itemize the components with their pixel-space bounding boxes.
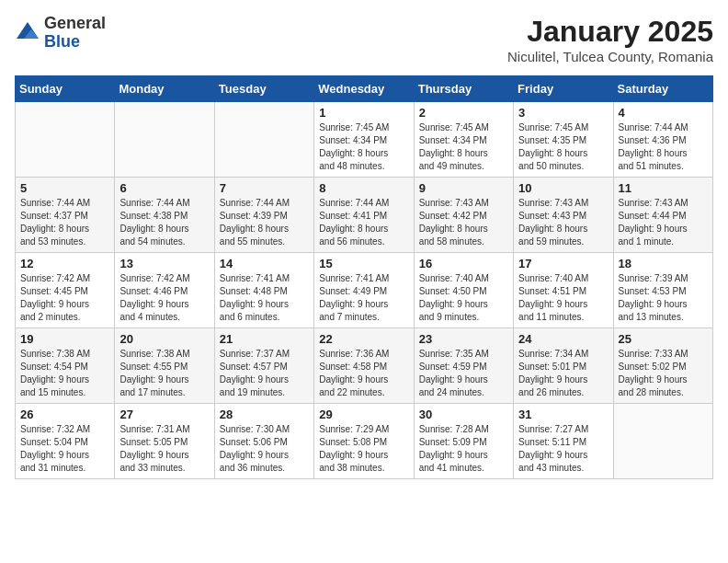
day-info: Sunrise: 7:44 AM Sunset: 4:38 PM Dayligh… xyxy=(119,197,209,248)
calendar-cell: 26Sunrise: 7:32 AM Sunset: 5:04 PM Dayli… xyxy=(16,404,115,479)
day-number: 8 xyxy=(319,181,408,195)
calendar-cell: 12Sunrise: 7:42 AM Sunset: 4:45 PM Dayli… xyxy=(16,253,115,328)
day-number: 10 xyxy=(518,181,608,195)
calendar-week-row: 26Sunrise: 7:32 AM Sunset: 5:04 PM Dayli… xyxy=(16,404,713,479)
day-number: 25 xyxy=(619,332,708,346)
day-info: Sunrise: 7:42 AM Sunset: 4:45 PM Dayligh… xyxy=(20,272,109,324)
day-number: 19 xyxy=(20,332,109,346)
day-number: 26 xyxy=(20,408,109,421)
day-number: 4 xyxy=(619,106,708,120)
calendar-cell: 11Sunrise: 7:43 AM Sunset: 4:44 PM Dayli… xyxy=(613,178,712,253)
day-info: Sunrise: 7:45 AM Sunset: 4:34 PM Dayligh… xyxy=(319,121,408,173)
day-info: Sunrise: 7:45 AM Sunset: 4:35 PM Dayligh… xyxy=(518,121,608,173)
calendar-cell xyxy=(115,102,214,178)
calendar-cell: 6Sunrise: 7:44 AM Sunset: 4:38 PM Daylig… xyxy=(115,178,214,253)
day-info: Sunrise: 7:38 AM Sunset: 4:55 PM Dayligh… xyxy=(119,348,209,399)
calendar-cell: 7Sunrise: 7:44 AM Sunset: 4:39 PM Daylig… xyxy=(214,178,313,253)
page-header: General Blue January 2025 Niculitel, Tul… xyxy=(15,15,713,64)
calendar-cell: 23Sunrise: 7:35 AM Sunset: 4:59 PM Dayli… xyxy=(414,328,513,404)
day-info: Sunrise: 7:43 AM Sunset: 4:43 PM Dayligh… xyxy=(518,197,608,248)
calendar-cell xyxy=(214,102,313,178)
calendar-cell: 1Sunrise: 7:45 AM Sunset: 4:34 PM Daylig… xyxy=(314,102,414,178)
calendar-week-row: 1Sunrise: 7:45 AM Sunset: 4:34 PM Daylig… xyxy=(16,102,713,178)
weekday-header: Wednesday xyxy=(314,76,414,102)
calendar-subtitle: Niculitel, Tulcea County, Romania xyxy=(507,49,713,64)
calendar-cell: 28Sunrise: 7:30 AM Sunset: 5:06 PM Dayli… xyxy=(214,404,313,479)
calendar-week-row: 19Sunrise: 7:38 AM Sunset: 4:54 PM Dayli… xyxy=(16,328,713,404)
day-number: 14 xyxy=(220,257,309,270)
calendar-cell: 25Sunrise: 7:33 AM Sunset: 5:02 PM Dayli… xyxy=(613,328,712,404)
calendar-week-row: 5Sunrise: 7:44 AM Sunset: 4:37 PM Daylig… xyxy=(16,178,713,253)
weekday-header: Thursday xyxy=(414,76,513,102)
logo: General Blue xyxy=(15,15,106,52)
calendar-header-row: SundayMondayTuesdayWednesdayThursdayFrid… xyxy=(16,76,713,102)
day-info: Sunrise: 7:30 AM Sunset: 5:06 PM Dayligh… xyxy=(220,423,309,475)
calendar-cell: 13Sunrise: 7:42 AM Sunset: 4:46 PM Dayli… xyxy=(115,253,214,328)
day-number: 22 xyxy=(319,332,408,346)
weekday-header: Friday xyxy=(514,76,613,102)
logo-general: General xyxy=(44,15,106,33)
day-number: 3 xyxy=(518,106,608,120)
calendar-cell: 29Sunrise: 7:29 AM Sunset: 5:08 PM Dayli… xyxy=(314,404,414,479)
calendar-cell: 10Sunrise: 7:43 AM Sunset: 4:43 PM Dayli… xyxy=(514,178,613,253)
calendar-table: SundayMondayTuesdayWednesdayThursdayFrid… xyxy=(15,75,713,479)
logo-text: General Blue xyxy=(44,15,106,52)
day-number: 2 xyxy=(419,106,508,120)
calendar-cell: 24Sunrise: 7:34 AM Sunset: 5:01 PM Dayli… xyxy=(514,328,613,404)
weekday-header: Saturday xyxy=(613,76,712,102)
calendar-cell: 17Sunrise: 7:40 AM Sunset: 4:51 PM Dayli… xyxy=(514,253,613,328)
day-number: 27 xyxy=(119,408,209,421)
calendar-cell: 31Sunrise: 7:27 AM Sunset: 5:11 PM Dayli… xyxy=(514,404,613,479)
day-info: Sunrise: 7:33 AM Sunset: 5:02 PM Dayligh… xyxy=(619,348,708,399)
day-info: Sunrise: 7:29 AM Sunset: 5:08 PM Dayligh… xyxy=(319,423,408,475)
day-number: 5 xyxy=(20,181,109,195)
day-info: Sunrise: 7:37 AM Sunset: 4:57 PM Dayligh… xyxy=(220,348,309,399)
day-number: 28 xyxy=(220,408,309,421)
calendar-cell: 22Sunrise: 7:36 AM Sunset: 4:58 PM Dayli… xyxy=(314,328,414,404)
calendar-cell: 15Sunrise: 7:41 AM Sunset: 4:49 PM Dayli… xyxy=(314,253,414,328)
day-number: 23 xyxy=(419,332,508,346)
calendar-cell: 5Sunrise: 7:44 AM Sunset: 4:37 PM Daylig… xyxy=(16,178,115,253)
day-number: 7 xyxy=(220,181,309,195)
day-info: Sunrise: 7:39 AM Sunset: 4:53 PM Dayligh… xyxy=(619,272,708,324)
day-number: 20 xyxy=(119,332,209,346)
day-number: 6 xyxy=(119,181,209,195)
day-info: Sunrise: 7:41 AM Sunset: 4:48 PM Dayligh… xyxy=(220,272,309,324)
day-info: Sunrise: 7:44 AM Sunset: 4:41 PM Dayligh… xyxy=(319,197,408,248)
calendar-title: January 2025 xyxy=(507,15,713,49)
day-number: 1 xyxy=(319,106,408,120)
calendar-week-row: 12Sunrise: 7:42 AM Sunset: 4:45 PM Dayli… xyxy=(16,253,713,328)
day-number: 18 xyxy=(619,257,708,270)
day-info: Sunrise: 7:43 AM Sunset: 4:42 PM Dayligh… xyxy=(419,197,508,248)
weekday-header: Monday xyxy=(115,76,214,102)
day-info: Sunrise: 7:44 AM Sunset: 4:36 PM Dayligh… xyxy=(619,121,708,173)
logo-blue: Blue xyxy=(44,33,106,52)
calendar-cell: 20Sunrise: 7:38 AM Sunset: 4:55 PM Dayli… xyxy=(115,328,214,404)
day-number: 21 xyxy=(220,332,309,346)
day-info: Sunrise: 7:34 AM Sunset: 5:01 PM Dayligh… xyxy=(518,348,608,399)
calendar-cell: 3Sunrise: 7:45 AM Sunset: 4:35 PM Daylig… xyxy=(514,102,613,178)
day-info: Sunrise: 7:44 AM Sunset: 4:39 PM Dayligh… xyxy=(220,197,309,248)
day-number: 12 xyxy=(20,257,109,270)
calendar-cell: 9Sunrise: 7:43 AM Sunset: 4:42 PM Daylig… xyxy=(414,178,513,253)
calendar-cell xyxy=(613,404,712,479)
calendar-cell: 4Sunrise: 7:44 AM Sunset: 4:36 PM Daylig… xyxy=(613,102,712,178)
day-info: Sunrise: 7:36 AM Sunset: 4:58 PM Dayligh… xyxy=(319,348,408,399)
day-info: Sunrise: 7:41 AM Sunset: 4:49 PM Dayligh… xyxy=(319,272,408,324)
day-info: Sunrise: 7:42 AM Sunset: 4:46 PM Dayligh… xyxy=(119,272,209,324)
day-info: Sunrise: 7:38 AM Sunset: 4:54 PM Dayligh… xyxy=(20,348,109,399)
day-number: 13 xyxy=(119,257,209,270)
day-number: 17 xyxy=(518,257,608,270)
day-number: 29 xyxy=(319,408,408,421)
calendar-cell: 2Sunrise: 7:45 AM Sunset: 4:34 PM Daylig… xyxy=(414,102,513,178)
day-number: 9 xyxy=(419,181,508,195)
day-info: Sunrise: 7:43 AM Sunset: 4:44 PM Dayligh… xyxy=(619,197,708,248)
day-number: 31 xyxy=(518,408,608,421)
day-info: Sunrise: 7:45 AM Sunset: 4:34 PM Dayligh… xyxy=(419,121,508,173)
day-number: 15 xyxy=(319,257,408,270)
logo-icon xyxy=(15,20,40,46)
calendar-cell: 27Sunrise: 7:31 AM Sunset: 5:05 PM Dayli… xyxy=(115,404,214,479)
calendar-cell: 19Sunrise: 7:38 AM Sunset: 4:54 PM Dayli… xyxy=(16,328,115,404)
day-info: Sunrise: 7:40 AM Sunset: 4:51 PM Dayligh… xyxy=(518,272,608,324)
calendar-cell: 30Sunrise: 7:28 AM Sunset: 5:09 PM Dayli… xyxy=(414,404,513,479)
